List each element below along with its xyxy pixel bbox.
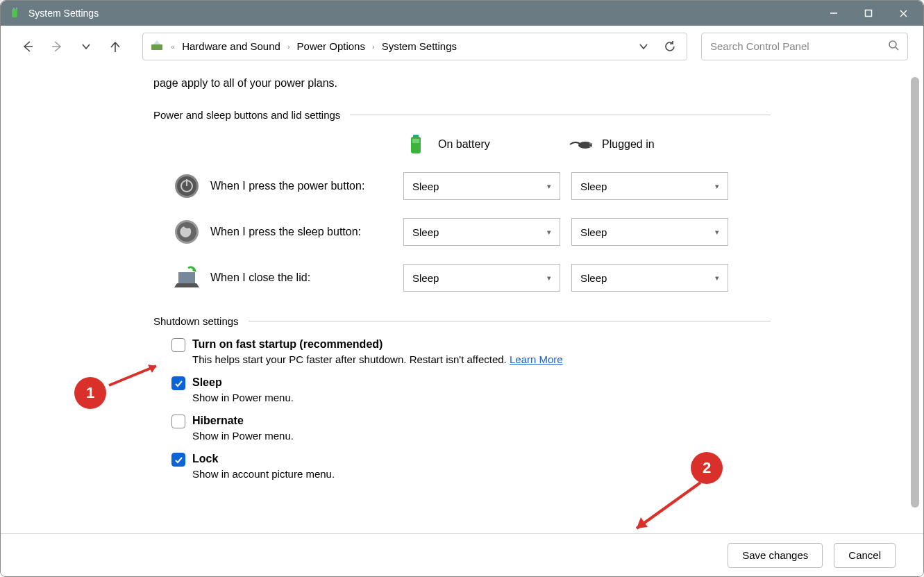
app-icon xyxy=(9,7,22,19)
chevron-down-icon: ▾ xyxy=(547,228,551,237)
sleep-button-icon xyxy=(171,217,202,247)
svg-rect-14 xyxy=(412,139,419,143)
save-changes-button[interactable]: Save changes xyxy=(728,543,823,568)
sleep-checkbox[interactable] xyxy=(171,376,185,390)
hibernate-checkbox[interactable] xyxy=(171,415,185,428)
svg-rect-9 xyxy=(151,44,162,50)
sleep-option: Sleep Show in Power menu. xyxy=(171,376,771,403)
svg-rect-1 xyxy=(13,8,15,10)
breadcrumb-power-options[interactable]: Power Options xyxy=(297,40,365,52)
lid-battery-select[interactable]: Sleep▾ xyxy=(403,264,560,292)
plan-note-text: page apply to all of your power plans. xyxy=(153,77,771,90)
lid-plugged-select[interactable]: Sleep▾ xyxy=(571,264,728,292)
forward-button[interactable] xyxy=(45,35,69,58)
address-dropdown-button[interactable] xyxy=(634,42,653,51)
plug-icon xyxy=(567,133,592,156)
section-power-sleep: Power and sleep buttons and lid settings xyxy=(153,109,771,121)
svg-point-15 xyxy=(578,142,592,149)
window-title: System Settings xyxy=(28,8,99,19)
search-icon xyxy=(888,40,899,53)
svg-rect-13 xyxy=(413,135,419,137)
svg-line-11 xyxy=(896,47,898,50)
annotation-badge-2: 2 xyxy=(691,452,723,484)
svg-point-10 xyxy=(889,41,896,48)
cancel-button[interactable]: Cancel xyxy=(834,543,896,568)
chevron-down-icon: ▾ xyxy=(547,274,551,283)
row-power-button: When I press the power button: Sleep▾ Sl… xyxy=(153,171,771,201)
vertical-scrollbar[interactable] xyxy=(911,77,919,508)
svg-rect-16 xyxy=(589,143,592,144)
fast-startup-option: Turn on fast startup (recommended) This … xyxy=(171,338,771,365)
up-button[interactable] xyxy=(103,35,127,58)
svg-rect-4 xyxy=(866,10,872,17)
search-input[interactable]: Search Control Panel xyxy=(701,33,908,60)
content-area: page apply to all of your power plans. P… xyxy=(1,67,923,533)
power-button-plugged-select[interactable]: Sleep▾ xyxy=(571,172,728,200)
toolbar: « Hardware and Sound › Power Options › S… xyxy=(1,26,923,67)
lock-checkbox[interactable] xyxy=(171,453,185,467)
row-sleep-button: When I press the sleep button: Sleep▾ Sl… xyxy=(153,217,771,247)
svg-rect-17 xyxy=(589,146,592,147)
column-plugged-in: Plugged in xyxy=(567,133,731,156)
learn-more-link[interactable]: Learn More xyxy=(510,353,563,365)
row-close-lid: When I close the lid: Sleep▾ Sleep▾ xyxy=(153,262,771,293)
chevron-right-icon: › xyxy=(372,42,375,51)
control-panel-icon xyxy=(150,38,164,54)
back-button[interactable] xyxy=(16,35,40,58)
laptop-lid-icon xyxy=(171,262,202,293)
minimize-button[interactable] xyxy=(816,1,851,26)
column-on-battery: On battery xyxy=(403,133,567,156)
annotation-badge-1: 1 xyxy=(74,377,106,409)
chevron-down-icon: ▾ xyxy=(547,182,551,191)
search-placeholder: Search Control Panel xyxy=(710,40,888,52)
svg-rect-0 xyxy=(12,9,17,17)
columns-header: On battery Plugged in xyxy=(153,133,771,156)
power-button-icon xyxy=(171,171,202,201)
svg-rect-2 xyxy=(16,8,17,10)
overflow-chevron-icon[interactable]: « xyxy=(171,42,175,51)
sleep-button-battery-select[interactable]: Sleep▾ xyxy=(403,218,560,246)
fast-startup-checkbox[interactable] xyxy=(171,338,185,352)
chevron-down-icon: ▾ xyxy=(715,228,719,237)
recent-dropdown-button[interactable] xyxy=(74,35,98,58)
battery-icon xyxy=(403,133,428,156)
chevron-right-icon: › xyxy=(287,42,290,51)
chevron-down-icon: ▾ xyxy=(715,182,719,191)
lock-option: Lock Show in account picture menu. xyxy=(171,453,771,480)
chevron-down-icon: ▾ xyxy=(715,274,719,283)
section-shutdown: Shutdown settings xyxy=(153,315,771,327)
power-button-battery-select[interactable]: Sleep▾ xyxy=(403,172,560,200)
scrollbar-thumb[interactable] xyxy=(911,77,919,508)
sleep-button-plugged-select[interactable]: Sleep▾ xyxy=(571,218,728,246)
refresh-button[interactable] xyxy=(660,40,680,53)
hibernate-option: Hibernate Show in Power menu. xyxy=(171,415,771,442)
address-bar[interactable]: « Hardware and Sound › Power Options › S… xyxy=(142,33,687,60)
close-button[interactable] xyxy=(886,1,921,26)
breadcrumb-system-settings[interactable]: System Settings xyxy=(382,40,457,52)
maximize-button[interactable] xyxy=(851,1,886,26)
breadcrumb-hardware[interactable]: Hardware and Sound xyxy=(182,40,280,52)
titlebar: System Settings xyxy=(1,1,923,26)
footer: Save changes Cancel xyxy=(1,533,923,576)
